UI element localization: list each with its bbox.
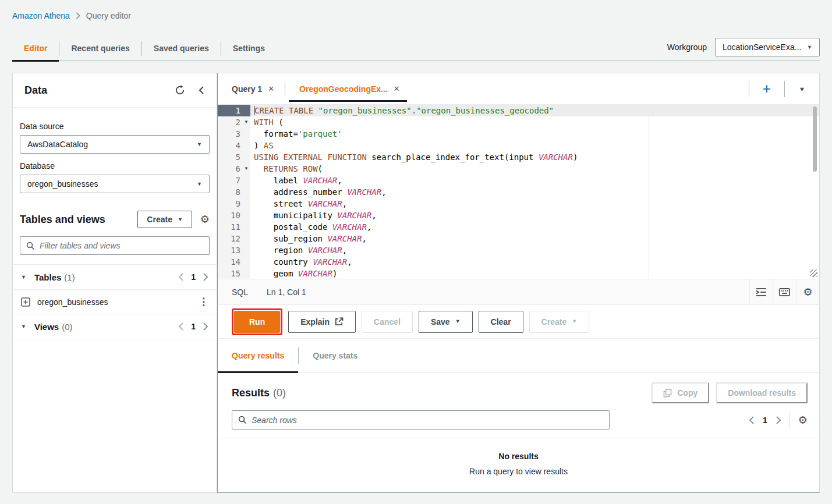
editor-resize-handle[interactable] — [810, 269, 817, 277]
run-button[interactable]: Run — [234, 311, 280, 333]
query-tab-1[interactable]: Query 1 ✕ — [218, 73, 285, 104]
editor-scrollbar[interactable] — [813, 107, 817, 172]
line-number[interactable]: 8 — [218, 186, 250, 198]
expand-table-icon[interactable] — [21, 297, 30, 307]
line-number[interactable]: 2▼ — [218, 116, 250, 128]
code-line[interactable]: 1CREATE TABLE "oregon_businesses"."orego… — [218, 105, 819, 116]
download-results-button[interactable]: Download results — [716, 382, 808, 403]
table-row[interactable]: oregon_businesses ⋮ — [13, 289, 217, 314]
close-icon[interactable]: ✕ — [268, 84, 274, 93]
query-tab-oregon[interactable]: OregonGeocodingEx... ✕ — [285, 73, 410, 104]
kebab-menu-icon[interactable]: ⋮ — [199, 296, 208, 308]
tab-list-menu-icon[interactable]: ▼ — [785, 86, 819, 93]
format-query-icon[interactable] — [749, 279, 773, 304]
code-text[interactable]: USING EXTERNAL FUNCTION search_place_ind… — [250, 151, 819, 163]
page-next-icon[interactable] — [203, 322, 208, 331]
refresh-icon[interactable] — [175, 85, 185, 95]
code-line[interactable]: 5USING EXTERNAL FUNCTION search_place_in… — [218, 151, 819, 163]
code-fold-icon[interactable]: ▼ — [244, 116, 249, 128]
line-number[interactable]: 14 — [218, 256, 250, 268]
code-text[interactable]: WITH ( — [250, 116, 819, 128]
code-line[interactable]: 4) AS — [218, 140, 819, 151]
section-fold-icon[interactable]: ▼ — [21, 324, 26, 329]
line-number[interactable]: 12 — [218, 233, 250, 244]
views-section-header[interactable]: ▼ Views (0) 1 — [13, 314, 217, 339]
results-page-next-icon[interactable] — [776, 416, 781, 424]
code-line[interactable]: 13 region VARCHAR, — [218, 244, 819, 256]
line-number[interactable]: 9 — [218, 198, 250, 210]
code-fold-icon[interactable]: ▼ — [244, 163, 249, 175]
page-prev-icon[interactable] — [178, 273, 184, 281]
editor-settings-gear-icon[interactable]: ⚙ — [796, 279, 819, 304]
database-select[interactable]: oregon_businesses ▼ — [20, 175, 210, 193]
code-text[interactable]: municipality VARCHAR, — [250, 210, 819, 221]
code-line[interactable]: 2▼WITH ( — [218, 116, 819, 128]
code-text[interactable]: label VARCHAR, — [250, 175, 819, 186]
code-line[interactable]: 10 municipality VARCHAR, — [218, 210, 819, 221]
code-text[interactable]: ) AS — [250, 140, 819, 151]
tab-recent-queries[interactable]: Recent queries — [59, 36, 141, 61]
line-number[interactable]: 13 — [218, 244, 250, 256]
breadcrumb-link-athena[interactable]: Amazon Athena — [12, 11, 70, 20]
code-text[interactable]: geom VARCHAR) — [250, 268, 819, 279]
code-text[interactable]: country VARCHAR, — [250, 256, 819, 268]
tab-saved-queries[interactable]: Saved queries — [142, 36, 221, 61]
clear-button[interactable]: Clear — [479, 311, 523, 333]
breadcrumb-current: Query editor — [86, 11, 131, 20]
code-text[interactable]: format='parquet' — [250, 128, 819, 140]
copy-button[interactable]: Copy — [652, 382, 709, 403]
data-source-select[interactable]: AwsDataCatalog ▼ — [20, 135, 210, 154]
explain-button[interactable]: Explain — [288, 311, 356, 333]
line-number[interactable]: 6▼ — [218, 163, 250, 175]
code-line[interactable]: 3 format='parquet' — [218, 128, 819, 140]
top-nav: Editor Recent queries Saved queries Sett… — [12, 36, 820, 61]
keyboard-shortcuts-icon[interactable] — [773, 279, 796, 304]
create-button[interactable]: Create ▼ — [137, 211, 192, 228]
line-number[interactable]: 10 — [218, 210, 250, 221]
code-line[interactable]: 8 address_number VARCHAR, — [218, 186, 819, 198]
code-line[interactable]: 11 postal_code VARCHAR, — [218, 221, 819, 233]
code-text[interactable]: region VARCHAR, — [250, 244, 819, 256]
new-query-tab-button[interactable]: + — [749, 80, 785, 97]
filter-tables-input[interactable] — [40, 241, 203, 250]
code-text[interactable]: RETURNS ROW( — [250, 163, 819, 175]
line-number[interactable]: 15 — [218, 268, 250, 279]
results-settings-gear-icon[interactable]: ⚙ — [798, 415, 808, 425]
workgroup-select[interactable]: LocationServiceExa... ▼ — [715, 38, 820, 56]
gear-icon[interactable]: ⚙ — [200, 214, 210, 225]
sql-code-editor[interactable]: 1CREATE TABLE "oregon_businesses"."orego… — [218, 105, 819, 279]
page-next-icon[interactable] — [203, 273, 208, 281]
code-text[interactable]: street VARCHAR, — [250, 198, 819, 210]
code-line[interactable]: 14 country VARCHAR, — [218, 256, 819, 268]
create-button-query[interactable]: Create ▼ — [529, 311, 590, 333]
page-prev-icon[interactable] — [178, 322, 184, 331]
line-number[interactable]: 3 — [218, 128, 250, 140]
tab-editor[interactable]: Editor — [12, 36, 59, 61]
code-text[interactable]: CREATE TABLE "oregon_businesses"."oregon… — [250, 105, 819, 116]
code-line[interactable]: 15 geom VARCHAR) — [218, 268, 819, 279]
line-number[interactable]: 4 — [218, 140, 250, 151]
tab-query-results[interactable]: Query results — [218, 339, 298, 372]
code-text[interactable]: sub_region VARCHAR, — [250, 233, 819, 244]
section-fold-icon[interactable]: ▼ — [21, 274, 26, 280]
tab-settings[interactable]: Settings — [221, 36, 277, 61]
line-number[interactable]: 1 — [218, 105, 250, 116]
code-line[interactable]: 7 label VARCHAR, — [218, 175, 819, 186]
line-number[interactable]: 11 — [218, 221, 250, 233]
code-line[interactable]: 6▼ RETURNS ROW( — [218, 163, 819, 175]
code-line[interactable]: 12 sub_region VARCHAR, — [218, 233, 819, 244]
close-icon[interactable]: ✕ — [394, 84, 400, 93]
line-number[interactable]: 5 — [218, 151, 250, 163]
results-count: (0) — [273, 387, 286, 399]
search-rows-input[interactable] — [252, 416, 603, 425]
code-text[interactable]: address_number VARCHAR, — [250, 186, 819, 198]
line-number[interactable]: 7 — [218, 175, 250, 186]
tab-query-stats[interactable]: Query stats — [299, 339, 371, 372]
cancel-button[interactable]: Cancel — [362, 311, 413, 333]
results-page-prev-icon[interactable] — [749, 416, 755, 424]
code-line[interactable]: 9 street VARCHAR, — [218, 198, 819, 210]
code-text[interactable]: postal_code VARCHAR, — [250, 221, 819, 233]
save-button[interactable]: Save ▼ — [419, 311, 473, 333]
collapse-panel-icon[interactable] — [198, 86, 205, 94]
tables-section-header[interactable]: ▼ Tables (1) 1 — [13, 264, 217, 289]
